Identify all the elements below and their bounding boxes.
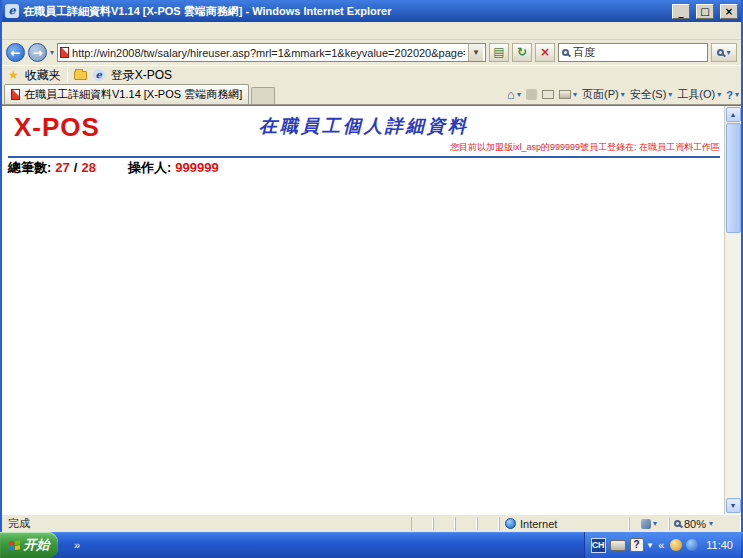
windows-flag-icon xyxy=(9,540,20,551)
start-label: 开始 xyxy=(24,532,50,558)
system-tray: CH ? ▾ « 11:40 xyxy=(584,532,741,558)
maximize-button[interactable]: □ xyxy=(696,4,714,19)
language-indicator[interactable]: CH xyxy=(591,538,606,553)
search-provider-text[interactable]: 百度 xyxy=(573,45,595,60)
safety-menu-button[interactable]: 安全(S)▾ xyxy=(630,87,673,102)
broken-page-icon xyxy=(60,47,69,58)
print-button[interactable]: ▾ xyxy=(559,90,577,99)
close-button[interactable]: × xyxy=(720,4,738,19)
vertical-scrollbar[interactable]: ▲ ▼ xyxy=(724,106,741,514)
title-bar: e 在職員工詳細資料V1.14 [X-POS 雲端商務網] - Windows … xyxy=(2,0,741,22)
address-toolbar: ← → ▾ http://win2008/tw/salary/hireuser.… xyxy=(2,40,741,65)
scroll-up-icon[interactable]: ▲ xyxy=(726,107,741,122)
address-dropdown-icon[interactable]: ▼ xyxy=(468,44,483,61)
window-title: 在職員工詳細資料V1.14 [X-POS 雲端商務網] - Windows In… xyxy=(23,4,666,19)
search-go-button[interactable]: ▾ xyxy=(711,43,737,62)
tray-app-icon-2[interactable] xyxy=(686,539,698,551)
page-content: X-POS 在職員工個人詳細資料 您目前以加盟版ixl_asp的999999號員… xyxy=(2,105,741,514)
xpos-page: X-POS 在職員工個人詳細資料 您目前以加盟版ixl_asp的999999號員… xyxy=(2,106,724,514)
refresh-button[interactable]: ↻ xyxy=(512,43,532,62)
ie-favicon-icon: e xyxy=(5,4,19,18)
page-title: 在職員工個人詳細資料 xyxy=(8,108,720,136)
tray-tools-icon[interactable]: ▾ xyxy=(648,540,653,550)
tab-favicon-icon xyxy=(11,89,20,100)
operator-label: 操作人: xyxy=(128,159,171,177)
scrollbar-thumb[interactable] xyxy=(726,123,741,233)
zoom-control[interactable]: 80% ▾ xyxy=(669,517,741,531)
operator-id: 999999 xyxy=(175,160,218,175)
favorites-button[interactable]: 收藏夹 xyxy=(25,67,61,84)
internet-zone-icon xyxy=(505,518,516,529)
taskbar-clock: 11:40 xyxy=(702,539,737,551)
protected-mode-icon xyxy=(641,519,651,529)
back-button[interactable]: ← xyxy=(6,43,25,62)
login-notice-text: 您目前以加盟版ixl_asp的999999號員工登錄在: 在職員工資料工作區 xyxy=(450,141,720,154)
record-count-label: 總筆數: xyxy=(8,159,51,177)
record-slash: / xyxy=(74,160,78,175)
favorites-link-xpos[interactable]: 登录X-POS xyxy=(111,67,172,84)
home-button[interactable]: ⌂▾ xyxy=(507,87,521,102)
tray-app-icon-1[interactable] xyxy=(670,539,682,551)
separator xyxy=(67,68,68,82)
favorites-bar: ★ 收藏夹 e 登录X-POS xyxy=(2,65,741,84)
command-bar: ⌂▾ ▾ 页面(P)▾ 安全(S)▾ 工具(O)▾ ?▾ xyxy=(507,87,739,104)
record-current: 27 xyxy=(55,160,69,175)
xpos-logo: X-POS xyxy=(14,114,100,140)
tab-title: 在職員工詳細資料V1.14 [X-POS 雲端商務網] xyxy=(24,87,242,102)
favorites-star-icon: ★ xyxy=(8,68,19,82)
search-icon xyxy=(562,49,569,56)
function-button-grid xyxy=(8,156,720,158)
tray-collapse-icon[interactable]: « xyxy=(656,539,666,551)
help-tray-icon[interactable]: ? xyxy=(630,538,644,552)
add-favorites-folder-icon[interactable] xyxy=(74,71,87,80)
page-header: X-POS 在職員工個人詳細資料 您目前以加盟版ixl_asp的999999號員… xyxy=(8,108,720,154)
search-input[interactable]: 百度 xyxy=(558,43,708,62)
minimize-button[interactable]: _ xyxy=(672,4,690,19)
print-icon xyxy=(559,90,571,99)
zone-label: Internet xyxy=(520,518,557,530)
zoom-level: 80% xyxy=(684,518,706,530)
home-icon: ⌂ xyxy=(507,87,515,102)
address-field[interactable]: http://win2008/tw/salary/hireuser.asp?mr… xyxy=(57,43,486,62)
search-icon xyxy=(717,49,724,56)
active-tab[interactable]: 在職員工詳細資料V1.14 [X-POS 雲端商務網] xyxy=(4,84,249,104)
new-tab-button[interactable] xyxy=(251,87,275,104)
status-done-text: 完成 xyxy=(2,516,411,531)
taskbar: 开始 » CH ? ▾ « 11:40 xyxy=(0,532,743,558)
protected-mode-pane[interactable]: ▾ xyxy=(629,517,669,531)
read-mail-icon[interactable] xyxy=(542,90,554,99)
start-button[interactable]: 开始 xyxy=(0,532,58,558)
record-total: 28 xyxy=(81,160,95,175)
quick-launch-overflow-icon[interactable]: » xyxy=(72,539,82,551)
ie-window: e 在職員工詳細資料V1.14 [X-POS 雲端商務網] - Windows … xyxy=(0,0,743,532)
desktop: e 在職員工詳細資料V1.14 [X-POS 雲端商務網] - Windows … xyxy=(0,0,743,558)
compatibility-view-button[interactable]: ▤ xyxy=(489,43,509,62)
record-status-bar: 總筆數: 27 / 28 操作人: 999999 xyxy=(8,159,720,176)
tools-menu-button[interactable]: 工具(O)▾ xyxy=(677,87,721,102)
tab-strip: 在職員工詳細資料V1.14 [X-POS 雲端商務網] ⌂▾ ▾ 页面(P)▾ … xyxy=(2,84,741,105)
help-button[interactable]: ?▾ xyxy=(726,89,739,101)
scroll-down-icon[interactable]: ▼ xyxy=(726,498,741,513)
url-text[interactable]: http://win2008/tw/salary/hireuser.asp?mr… xyxy=(72,47,465,59)
zoom-icon xyxy=(674,520,681,527)
forward-button[interactable]: → xyxy=(28,43,47,62)
browser-status-bar: 完成 Internet ▾ 80% ▾ xyxy=(2,514,741,532)
stop-button[interactable]: × xyxy=(535,43,555,62)
link-favicon-icon: e xyxy=(93,69,105,81)
recent-pages-dropdown-icon[interactable]: ▾ xyxy=(50,48,54,57)
security-zone: Internet xyxy=(499,517,629,531)
page-menu-button[interactable]: 页面(P)▾ xyxy=(582,87,625,102)
feeds-icon[interactable] xyxy=(526,89,537,100)
keyboard-icon[interactable] xyxy=(610,540,626,551)
menu-bar xyxy=(2,22,741,40)
